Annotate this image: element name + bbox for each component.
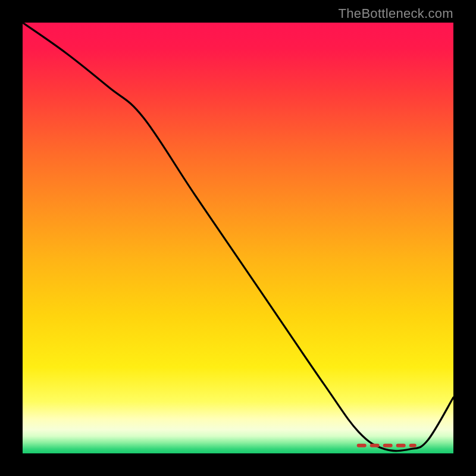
attribution-label: TheBottleneck.com xyxy=(339,6,453,21)
chart-frame: TheBottleneck.com xyxy=(0,0,476,476)
plot-area xyxy=(23,23,453,453)
bottleneck-curve xyxy=(23,23,453,451)
curve-layer xyxy=(23,23,453,453)
